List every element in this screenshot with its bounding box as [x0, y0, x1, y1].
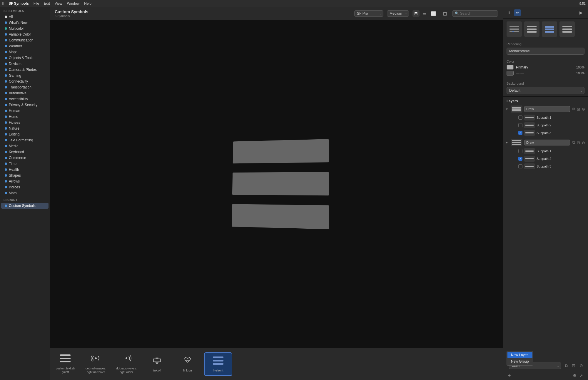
- menu-view[interactable]: View: [55, 1, 62, 6]
- sidebar-item-custom-symbols[interactable]: Custom Symbols: [1, 203, 49, 209]
- preview-variant-1[interactable]: [524, 21, 539, 37]
- weight-select[interactable]: Medium Regular Bold: [387, 10, 409, 17]
- subpath-0-1[interactable]: Subpath 2: [503, 121, 588, 129]
- secondary-color-swatch[interactable]: [507, 71, 514, 76]
- sidebar-item-indices[interactable]: Indices: [1, 184, 49, 190]
- apple-menu[interactable]: : [2, 1, 4, 6]
- sidebar-item-objects-tools[interactable]: Objects & Tools: [1, 55, 49, 61]
- subpath-check-1-0[interactable]: [518, 149, 522, 153]
- layer-select-1-wrapper[interactable]: Draw Erase: [524, 140, 570, 145]
- preview-variant-0[interactable]: [507, 21, 522, 37]
- preview-variant-3[interactable]: [559, 21, 575, 37]
- font-select[interactable]: SF Pro SF Compact: [354, 10, 383, 17]
- sidebar-item-weather[interactable]: Weather: [1, 43, 49, 49]
- weight-select-wrapper[interactable]: Medium Regular Bold ⌄: [387, 10, 409, 17]
- sidebar-toggle-button[interactable]: ◫: [441, 10, 449, 17]
- sidebar-item-privacy[interactable]: Privacy & Security: [1, 102, 49, 108]
- sidebar-item-home[interactable]: Home: [1, 114, 49, 120]
- sidebar-item-devices[interactable]: Devices: [1, 61, 49, 67]
- subpath-1-1[interactable]: ✓ Subpath 2: [503, 155, 588, 163]
- expand-layer-btn[interactable]: ⊡: [570, 362, 577, 369]
- symbol-item-1[interactable]: dot.radiowaves. right.narrower: [82, 351, 110, 377]
- layer-row-0[interactable]: ▼ Draw Erase: [503, 104, 588, 114]
- subpath-check-0-2[interactable]: ✓: [518, 131, 522, 135]
- menu-help[interactable]: Help: [84, 1, 91, 6]
- symbol-item-0[interactable]: custom.text.ali gnleft: [51, 351, 79, 377]
- sidebar-item-automotive[interactable]: Automotive: [1, 90, 49, 96]
- sidebar-item-media[interactable]: Media: [1, 143, 49, 149]
- new-layer-dropdown-item-1[interactable]: New Group: [507, 358, 532, 365]
- play-button[interactable]: ▶: [578, 9, 584, 16]
- sidebar-item-whats-new[interactable]: What's New: [1, 20, 49, 26]
- add-symbol-btn[interactable]: +: [507, 373, 512, 379]
- symbol-item-3[interactable]: link.off: [143, 353, 171, 375]
- delete-layer-btn[interactable]: ⊖: [578, 362, 584, 369]
- layer-expand-btn-0[interactable]: ⊡: [576, 106, 581, 112]
- sidebar-item-nature[interactable]: Nature: [1, 125, 49, 131]
- layer-expand-btn-1[interactable]: ⊡: [576, 140, 581, 145]
- sidebar-item-all[interactable]: All: [1, 14, 49, 20]
- sidebar-item-commerce[interactable]: Commerce: [1, 155, 49, 161]
- subpath-1-0[interactable]: Subpath 1: [503, 147, 588, 155]
- font-select-wrapper[interactable]: SF Pro SF Compact ⌄: [354, 10, 383, 17]
- info-button[interactable]: ℹ: [507, 9, 512, 16]
- subpath-0-2[interactable]: ✓ Subpath 3: [503, 129, 588, 137]
- sidebar-item-accessibility[interactable]: Accessibility: [1, 96, 49, 102]
- layer-delete-btn-1[interactable]: ⊖: [581, 140, 586, 145]
- edit-button[interactable]: ✏: [514, 9, 521, 16]
- sidebar-item-arrows[interactable]: Arrows: [1, 178, 49, 184]
- sidebar-item-communication[interactable]: Communication: [1, 37, 49, 43]
- sidebar-item-keyboard[interactable]: Keyboard: [1, 149, 49, 155]
- grid-view-button[interactable]: ⊞: [412, 10, 420, 17]
- layer-copy-btn-1[interactable]: ⧉: [572, 140, 576, 145]
- sidebar-item-transportation[interactable]: Transportation: [1, 84, 49, 90]
- sidebar-item-gaming[interactable]: Gaming: [1, 73, 49, 78]
- layer-select-0-wrapper[interactable]: Draw Erase: [524, 106, 570, 112]
- subpath-check-0-1[interactable]: [518, 123, 522, 127]
- background-select[interactable]: Default White Black: [507, 87, 584, 94]
- sidebar-item-multicolor[interactable]: Multicolor: [1, 26, 49, 31]
- sidebar-item-text-formatting[interactable]: Text Formatting: [1, 137, 49, 143]
- rendering-select[interactable]: Monochrome Multicolor Hierarchical Palet…: [507, 48, 584, 55]
- symbol-item-4[interactable]: link.on: [173, 353, 202, 375]
- sidebar-item-variable-color[interactable]: Variable Color: [1, 31, 49, 37]
- sidebar-item-maps[interactable]: Maps: [1, 49, 49, 55]
- menu-file[interactable]: File: [34, 1, 39, 6]
- preview-variant-2[interactable]: [542, 21, 557, 37]
- subpath-check-1-2[interactable]: [518, 164, 522, 168]
- sidebar-item-human[interactable]: Human: [1, 108, 49, 114]
- primary-color-swatch[interactable]: [507, 65, 514, 70]
- app-name[interactable]: SF Symbols: [9, 1, 29, 6]
- layer-copy-btn-0[interactable]: ⧉: [572, 106, 576, 112]
- copy-layer-btn[interactable]: ⧉: [563, 362, 569, 369]
- symbol-item-5[interactable]: livefront: [204, 352, 232, 376]
- search-input[interactable]: [460, 11, 495, 16]
- layer-row-1[interactable]: ▼ Draw Erase: [503, 138, 588, 147]
- subpath-0-0[interactable]: Subpath 1: [503, 114, 588, 121]
- rendering-select-wrapper[interactable]: Monochrome Multicolor Hierarchical Palet…: [507, 48, 584, 55]
- sidebar-item-time[interactable]: Time: [1, 161, 49, 167]
- sidebar-item-editing[interactable]: Editing: [1, 131, 49, 137]
- sidebar-item-shapes[interactable]: Shapes: [1, 173, 49, 178]
- sidebar-item-math[interactable]: Math: [1, 190, 49, 196]
- subpath-1-2[interactable]: Subpath 3: [503, 163, 588, 170]
- list-view-button[interactable]: ☰: [421, 10, 428, 17]
- menu-window[interactable]: Window: [67, 1, 80, 6]
- sidebar-item-connectivity[interactable]: Connectivity: [1, 78, 49, 84]
- sidebar-item-fitness-label: Fitness: [9, 120, 20, 125]
- sidebar-item-fitness[interactable]: Fitness: [1, 120, 49, 125]
- detail-view-button[interactable]: ⬜: [429, 10, 438, 17]
- new-layer-dropdown-item-0[interactable]: New Layer: [507, 352, 532, 358]
- sidebar-item-health[interactable]: Health: [1, 167, 49, 173]
- layer-type-select-0[interactable]: Draw Erase: [524, 106, 570, 112]
- menu-edit[interactable]: Edit: [44, 1, 50, 6]
- sidebar-item-camera[interactable]: Camera & Photos: [1, 67, 49, 73]
- layer-delete-btn-0[interactable]: ⊖: [581, 106, 586, 112]
- layer-type-select-1[interactable]: Draw Erase: [524, 140, 570, 145]
- symbol-item-2[interactable]: dot.radiowaves. right.wider: [112, 351, 141, 377]
- background-select-wrapper[interactable]: Default White Black ⌄: [507, 87, 584, 94]
- subpath-check-0-0[interactable]: [518, 115, 522, 120]
- settings-btn[interactable]: ⚙: [571, 372, 578, 379]
- export-btn[interactable]: ↗: [578, 372, 584, 379]
- subpath-check-1-1[interactable]: ✓: [518, 157, 522, 161]
